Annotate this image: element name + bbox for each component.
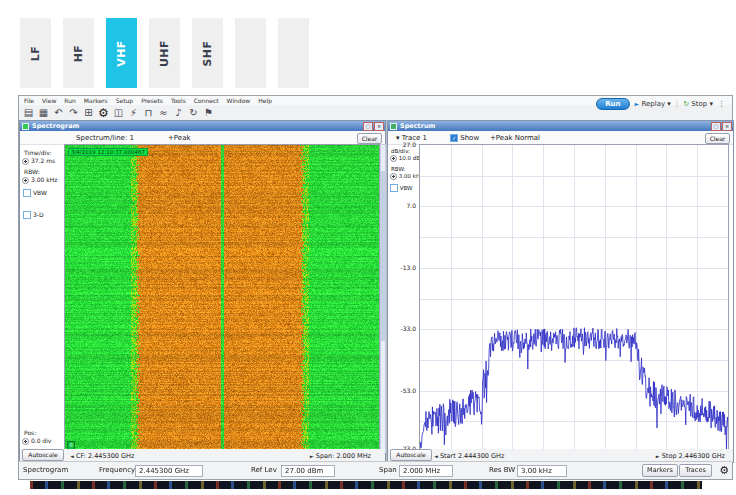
- pos-radio[interactable]: [22, 438, 29, 445]
- band-tab-empty-1[interactable]: [235, 18, 266, 88]
- spectrum-line-readout: Spectrum/line: 1: [76, 134, 134, 142]
- db-div-radio[interactable]: [390, 155, 397, 162]
- menu-view[interactable]: View: [42, 97, 56, 104]
- trigger-icon[interactable]: ⚡: [127, 106, 140, 120]
- overflow-menu-icon[interactable]: ⋮: [718, 100, 725, 108]
- save-icon[interactable]: ▦: [37, 106, 50, 120]
- db-div-label: dB/div:: [391, 148, 410, 154]
- spectrum-start-readout[interactable]: Start 2.444300 GHz: [440, 452, 504, 460]
- band-tab-vhf[interactable]: VHF: [106, 18, 137, 88]
- menu-presets[interactable]: Presets: [141, 97, 163, 104]
- time-div-radio[interactable]: [22, 158, 29, 165]
- menu-tools[interactable]: Tools: [171, 97, 186, 104]
- undo-icon[interactable]: ↶: [52, 106, 65, 120]
- band-tab-empty-2[interactable]: [278, 18, 309, 88]
- open-icon[interactable]: ▤: [22, 106, 35, 120]
- marker-flag-icon[interactable]: ⚑: [202, 106, 215, 120]
- analysis-icon[interactable]: ≈: [157, 106, 170, 120]
- three-d-label: 3-D: [33, 211, 44, 218]
- screenshot-root: LF HF VHF UHF SHF File View Run Markers …: [0, 0, 736, 495]
- chevron-down-icon: ▾: [667, 100, 671, 108]
- frequency-label: Frequency: [99, 462, 135, 479]
- spectrum-rbw-radio[interactable]: [390, 173, 397, 180]
- panel-close-icon[interactable]: ×: [374, 122, 384, 131]
- run-controls: Run ► Replay ▾ | ↻ Stop ▾ ⋮: [596, 98, 725, 110]
- menu-setup[interactable]: Setup: [116, 97, 133, 104]
- spectrogram-scrollbar[interactable]: [380, 144, 386, 453]
- audio-icon[interactable]: ♪: [172, 106, 185, 120]
- span-field[interactable]: 2.000 MHz: [399, 465, 453, 477]
- time-div-value[interactable]: 37.2 ms: [31, 157, 55, 164]
- spectrogram-cf-readout[interactable]: CF: 2.445300 GHz: [76, 452, 134, 460]
- menu-help[interactable]: Help: [258, 97, 272, 104]
- run-button[interactable]: Run: [596, 98, 629, 110]
- pan-left-icon[interactable]: ◄: [70, 453, 74, 459]
- spectrum-vbw-checkbox[interactable]: [390, 184, 398, 192]
- settings-gear-icon[interactable]: ⚙: [719, 464, 729, 477]
- restart-icon: ↻: [683, 100, 689, 108]
- stop-button[interactable]: ↻ Stop ▾: [683, 100, 713, 108]
- panel-close-icon[interactable]: ×: [722, 122, 732, 131]
- band-tab-shf-label: SHF: [201, 40, 214, 66]
- db-div-value[interactable]: 10.0 dB: [399, 155, 420, 161]
- pan-right-icon[interactable]: ►: [310, 453, 314, 459]
- replay-button[interactable]: ► Replay ▾: [635, 100, 671, 108]
- spectrogram-scrollbar-thumb[interactable]: [381, 171, 385, 341]
- frequency-field[interactable]: 2.445300 GHz: [135, 465, 203, 477]
- ref-lev-field[interactable]: 27.00 dBm: [281, 465, 335, 477]
- spectrogram-span-readout[interactable]: Span: 2.000 MHz: [316, 452, 371, 460]
- pos-value[interactable]: 0.0 div: [31, 437, 51, 444]
- redo-icon[interactable]: ↷: [67, 106, 80, 120]
- spectrum-autoscale-button[interactable]: Autoscale: [390, 449, 432, 461]
- spectrogram-plot-frame: 3/4/2019 12:10:37.000467 0: [64, 144, 380, 453]
- band-tab-lf[interactable]: LF: [20, 18, 51, 88]
- res-bw-field[interactable]: 3.00 kHz: [517, 465, 567, 477]
- menu-run[interactable]: Run: [64, 97, 76, 104]
- band-tab-hf[interactable]: HF: [63, 18, 94, 88]
- spectrum-titlebar[interactable]: Spectrum ▢ ×: [388, 121, 733, 131]
- trace-detector-readout[interactable]: +Peak Normal: [490, 134, 540, 142]
- three-d-checkbox[interactable]: [23, 211, 31, 219]
- spectrum-clear-button[interactable]: Clear: [705, 133, 730, 144]
- spectrum-vbw-label: VBW: [400, 185, 413, 191]
- band-tab-hf-label: HF: [72, 44, 85, 62]
- chevron-down-icon: ▾: [709, 100, 713, 108]
- spectrogram-autoscale-button[interactable]: Autoscale: [22, 449, 64, 461]
- band-tab-uhf[interactable]: UHF: [149, 18, 180, 88]
- pan-left-icon[interactable]: ◄: [434, 453, 438, 459]
- ytick-neg53: -53.0: [389, 387, 416, 394]
- time-div-label: Time/div:: [24, 149, 51, 156]
- menu-markers[interactable]: Markers: [84, 97, 108, 104]
- settings-gear-icon[interactable]: ⚙: [97, 106, 110, 120]
- panel-maximize-icon[interactable]: ▢: [711, 122, 721, 131]
- displays-icon[interactable]: ◫: [112, 106, 125, 120]
- spectrogram-titlebar[interactable]: Spectrogram ▢ ×: [20, 121, 385, 131]
- spectrum-plot[interactable]: [420, 145, 728, 452]
- band-tab-vhf-label: VHF: [115, 40, 128, 67]
- spectrogram-clear-button[interactable]: Clear: [357, 133, 382, 144]
- menu-window[interactable]: Window: [227, 97, 251, 104]
- rbw-radio[interactable]: [22, 177, 29, 184]
- band-tab-shf[interactable]: SHF: [192, 18, 223, 88]
- show-label: Show: [460, 134, 479, 142]
- vbw-checkbox[interactable]: [23, 189, 31, 197]
- replay-toolbar-icon[interactable]: ↻: [187, 106, 200, 120]
- acquire-icon[interactable]: ⊓: [142, 106, 155, 120]
- markers-button[interactable]: Markers: [642, 464, 678, 477]
- show-trace-checkbox[interactable]: ✓: [450, 134, 458, 142]
- spectrogram-rbw-value[interactable]: 3.00 kHz: [31, 176, 57, 183]
- vbw-label: VBW: [33, 189, 47, 196]
- menu-connect[interactable]: Connect: [194, 97, 219, 104]
- pan-right-icon[interactable]: ►: [656, 453, 660, 459]
- band-tab-uhf-label: UHF: [158, 39, 171, 66]
- spectrum-stop-readout[interactable]: Stop 2.446300 GHz: [662, 452, 725, 460]
- traces-button[interactable]: Traces: [679, 464, 712, 477]
- print-icon[interactable]: ⊞: [82, 106, 95, 120]
- ytick-27: 27.0: [389, 141, 416, 148]
- ytick-neg13: -13.0: [389, 264, 416, 271]
- spectrogram-plot[interactable]: [65, 145, 379, 452]
- spectrum-panel: Spectrum ▢ × ▾ Trace 1 ✓ Show +Peak Norm…: [387, 120, 734, 463]
- spectrum-title: Spectrum: [400, 122, 435, 130]
- menu-file[interactable]: File: [24, 97, 34, 104]
- panel-maximize-icon[interactable]: ▢: [363, 122, 373, 131]
